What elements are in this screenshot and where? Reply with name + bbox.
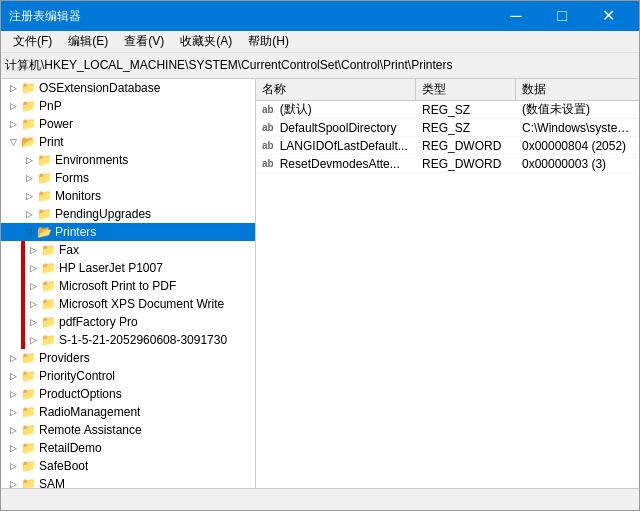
expand-fax[interactable]: ▷ bbox=[25, 241, 41, 259]
tree-item-safeboot[interactable]: ▷ 📁 SafeBoot bbox=[1, 457, 255, 475]
expand-print[interactable]: ▽ bbox=[5, 133, 21, 151]
table-row[interactable]: ab (默认) REG_SZ (数值未设置) bbox=[256, 101, 639, 119]
tree-item-remoteassistance[interactable]: ▷ 📁 Remote Assistance bbox=[1, 421, 255, 439]
window-controls: ─ □ ✕ bbox=[493, 1, 631, 31]
tree-label-sid: S-1-5-21-2052960608-3091730 bbox=[59, 333, 227, 347]
expand-monitors[interactable]: ▷ bbox=[21, 187, 37, 205]
tree-label-pendingupgrades: PendingUpgrades bbox=[55, 207, 151, 221]
reg-icon-resetdevmodes: ab bbox=[262, 158, 274, 169]
menu-file[interactable]: 文件(F) bbox=[5, 31, 60, 52]
expand-osextension[interactable]: ▷ bbox=[5, 79, 21, 97]
folder-icon-providers: 📁 bbox=[21, 351, 36, 365]
tree-label-hplaserjet: HP LaserJet P1007 bbox=[59, 261, 163, 275]
address-label: 计算机\HKEY_LOCAL_MACHINE\SYSTEM\CurrentCon… bbox=[5, 57, 452, 74]
expand-mspdf[interactable]: ▷ bbox=[25, 277, 41, 295]
expand-pdffactory[interactable]: ▷ bbox=[25, 313, 41, 331]
expand-safeboot[interactable]: ▷ bbox=[5, 457, 21, 475]
maximize-button[interactable]: □ bbox=[539, 1, 585, 31]
tree-item-forms[interactable]: ▷ 📁 Forms bbox=[1, 169, 255, 187]
expand-environments[interactable]: ▷ bbox=[21, 151, 37, 169]
table-row[interactable]: ab ResetDevmodesAtte... REG_DWORD 0x0000… bbox=[256, 155, 639, 173]
expand-forms[interactable]: ▷ bbox=[21, 169, 37, 187]
cell-name-resetdevmodes: ab ResetDevmodesAtte... bbox=[256, 157, 416, 171]
folder-icon-sam: 📁 bbox=[21, 477, 36, 488]
col-header-name[interactable]: 名称 bbox=[256, 79, 416, 100]
tree-label-printers: Printers bbox=[55, 225, 96, 239]
table-header: 名称 类型 数据 bbox=[256, 79, 639, 101]
folder-icon-mspdf: 📁 bbox=[41, 279, 56, 293]
status-bar bbox=[1, 488, 639, 510]
tree-item-prioritycontrol[interactable]: ▷ 📁 PriorityControl bbox=[1, 367, 255, 385]
tree-panel[interactable]: ▷ 📁 OSExtensionDatabase ▷ 📁 PnP ▷ 📁 Powe… bbox=[1, 79, 256, 488]
folder-icon-radiomanagement: 📁 bbox=[21, 405, 36, 419]
col-header-type[interactable]: 类型 bbox=[416, 79, 516, 100]
folder-icon-pdffactory: 📁 bbox=[41, 315, 56, 329]
tree-item-power[interactable]: ▷ 📁 Power bbox=[1, 115, 255, 133]
folder-icon-pnp: 📁 bbox=[21, 99, 36, 113]
folder-icon-print: 📂 bbox=[21, 135, 36, 149]
cell-name-langid-text: LANGIDOfLastDefault... bbox=[280, 139, 408, 153]
window-title: 注册表编辑器 bbox=[9, 8, 81, 25]
title-bar: 注册表编辑器 ─ □ ✕ bbox=[1, 1, 639, 31]
expand-sam[interactable]: ▷ bbox=[5, 475, 21, 488]
expand-productoptions[interactable]: ▷ bbox=[5, 385, 21, 403]
tree-item-environments[interactable]: ▷ 📁 Environments bbox=[1, 151, 255, 169]
tree-item-msxps[interactable]: ▷ 📁 Microsoft XPS Document Write bbox=[1, 295, 255, 313]
expand-msxps[interactable]: ▷ bbox=[25, 295, 41, 313]
folder-icon-forms: 📁 bbox=[37, 171, 52, 185]
cell-name-resetdevmodes-text: ResetDevmodesAtte... bbox=[280, 157, 400, 171]
tree-item-pnp[interactable]: ▷ 📁 PnP bbox=[1, 97, 255, 115]
close-button[interactable]: ✕ bbox=[585, 1, 631, 31]
expand-pendingupgrades[interactable]: ▷ bbox=[21, 205, 37, 223]
cell-name-spooldir: ab DefaultSpoolDirectory bbox=[256, 121, 416, 135]
col-header-data[interactable]: 数据 bbox=[516, 79, 639, 100]
expand-radiomanagement[interactable]: ▷ bbox=[5, 403, 21, 421]
table-body: ab (默认) REG_SZ (数值未设置) ab DefaultSpoolDi… bbox=[256, 101, 639, 488]
tree-item-hplaserjet[interactable]: ▷ 📁 HP LaserJet P1007 bbox=[1, 259, 255, 277]
tree-label-retaildemo: RetailDemo bbox=[39, 441, 102, 455]
folder-icon-safeboot: 📁 bbox=[21, 459, 36, 473]
expand-remoteassistance[interactable]: ▷ bbox=[5, 421, 21, 439]
tree-item-osextension[interactable]: ▷ 📁 OSExtensionDatabase bbox=[1, 79, 255, 97]
tree-item-monitors[interactable]: ▷ 📁 Monitors bbox=[1, 187, 255, 205]
reg-icon-spooldir: ab bbox=[262, 122, 274, 133]
tree-item-fax[interactable]: ▷ 📁 Fax bbox=[1, 241, 255, 259]
tree-label-pnp: PnP bbox=[39, 99, 62, 113]
tree-item-retaildemo[interactable]: ▷ 📁 RetailDemo bbox=[1, 439, 255, 457]
expand-hplaserjet[interactable]: ▷ bbox=[25, 259, 41, 277]
menu-view[interactable]: 查看(V) bbox=[116, 31, 172, 52]
folder-icon-retaildemo: 📁 bbox=[21, 441, 36, 455]
tree-item-mspdf[interactable]: ▷ 📁 Microsoft Print to PDF bbox=[1, 277, 255, 295]
tree-item-print[interactable]: ▽ 📂 Print bbox=[1, 133, 255, 151]
main-area: ▷ 📁 OSExtensionDatabase ▷ 📁 PnP ▷ 📁 Powe… bbox=[1, 79, 639, 488]
menu-favorites[interactable]: 收藏夹(A) bbox=[172, 31, 240, 52]
tree-item-providers[interactable]: ▷ 📁 Providers bbox=[1, 349, 255, 367]
tree-label-pdffactory: pdfFactory Pro bbox=[59, 315, 138, 329]
tree-item-pdffactory[interactable]: ▷ 📁 pdfFactory Pro bbox=[1, 313, 255, 331]
expand-prioritycontrol[interactable]: ▷ bbox=[5, 367, 21, 385]
table-row[interactable]: ab LANGIDOfLastDefault... REG_DWORD 0x00… bbox=[256, 137, 639, 155]
tree-item-radiomanagement[interactable]: ▷ 📁 RadioManagement bbox=[1, 403, 255, 421]
tree-item-sid[interactable]: ▷ 📁 S-1-5-21-2052960608-3091730 bbox=[1, 331, 255, 349]
folder-icon-fax: 📁 bbox=[41, 243, 56, 257]
expand-retaildemo[interactable]: ▷ bbox=[5, 439, 21, 457]
menu-edit[interactable]: 编辑(E) bbox=[60, 31, 116, 52]
expand-providers[interactable]: ▷ bbox=[5, 349, 21, 367]
folder-icon-pendingupgrades: 📁 bbox=[37, 207, 52, 221]
table-row[interactable]: ab DefaultSpoolDirectory REG_SZ C:\Windo… bbox=[256, 119, 639, 137]
tree-label-environments: Environments bbox=[55, 153, 128, 167]
expand-power[interactable]: ▷ bbox=[5, 115, 21, 133]
expand-sid[interactable]: ▷ bbox=[25, 331, 41, 349]
tree-label-osextension: OSExtensionDatabase bbox=[39, 81, 160, 95]
tree-label-forms: Forms bbox=[55, 171, 89, 185]
tree-item-sam[interactable]: ▷ 📁 SAM bbox=[1, 475, 255, 488]
tree-label-providers: Providers bbox=[39, 351, 90, 365]
menu-help[interactable]: 帮助(H) bbox=[240, 31, 297, 52]
expand-printers[interactable]: ▽ bbox=[21, 223, 37, 241]
tree-item-printers[interactable]: ▽ 📂 Printers bbox=[1, 223, 255, 241]
minimize-button[interactable]: ─ bbox=[493, 1, 539, 31]
tree-item-productoptions[interactable]: ▷ 📁 ProductOptions bbox=[1, 385, 255, 403]
expand-pnp[interactable]: ▷ bbox=[5, 97, 21, 115]
tree-item-pendingupgrades[interactable]: ▷ 📁 PendingUpgrades bbox=[1, 205, 255, 223]
tree-label-safeboot: SafeBoot bbox=[39, 459, 88, 473]
